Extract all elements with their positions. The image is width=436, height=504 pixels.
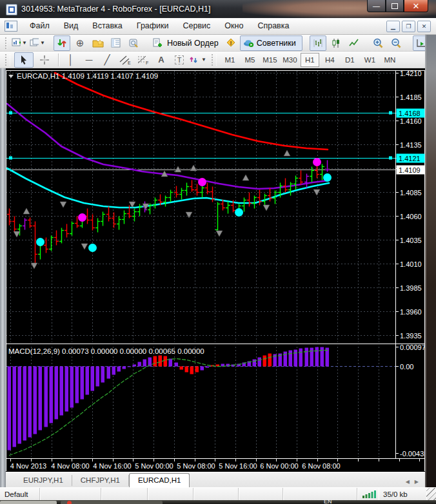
arrow-objects-icon (190, 55, 200, 64)
tab-eurcad[interactable]: EURCAD,H1 (129, 473, 190, 487)
tf-m5[interactable]: M5 (241, 53, 259, 67)
favorites-button[interactable] (90, 35, 106, 51)
status-cell (283, 488, 357, 500)
status-bar: Default 35/0 kb (0, 487, 436, 500)
tf-d1[interactable]: D1 (341, 53, 359, 67)
signal-dot (198, 178, 206, 186)
maximize-button[interactable] (386, 0, 404, 12)
trendline-icon: ╱ (104, 55, 110, 64)
menu-file[interactable]: Файл (23, 18, 57, 34)
tf-h4[interactable]: H4 (321, 53, 339, 67)
time-tick-label: 4 Nov 08:00 (51, 462, 89, 470)
child-minimize-button[interactable]: ▁ (386, 21, 400, 32)
time-tick-label: 4 Nov 2013 (10, 462, 46, 470)
fibonacci-button[interactable]: F (135, 52, 152, 68)
menu-charts[interactable]: Графики (130, 18, 176, 34)
time-tick-label: 6 Nov 08:00 (302, 462, 340, 470)
tf-h1[interactable]: H1 (301, 53, 319, 67)
signal-dot (323, 173, 332, 182)
resize-grip[interactable] (426, 488, 436, 500)
minimize-button[interactable]: — (367, 0, 386, 12)
title-bar: 3014953: MetaTrader 4 - RoboForex - [EUR… (0, 0, 436, 18)
text-button[interactable]: A (153, 52, 170, 68)
tf-w1[interactable]: W1 (361, 53, 379, 67)
status-cell (193, 488, 239, 500)
data-window-button[interactable] (108, 35, 124, 51)
dropdown-arrow-icon: ▼ (201, 57, 206, 63)
alert-button[interactable]: ! (223, 35, 239, 51)
tf-m1[interactable]: M1 (221, 53, 239, 67)
signal-dot (235, 208, 243, 217)
svg-text:E: E (128, 61, 131, 65)
time-tick-label: 6 Nov 00:00 (260, 462, 298, 470)
tab-eurjpy[interactable]: EURJPY,H1 (15, 475, 72, 486)
new-chart-button[interactable]: ▼ (11, 35, 28, 51)
signal-dot (36, 238, 45, 246)
horizontal-line-button[interactable]: ─ (81, 52, 97, 68)
tab-scroll-left-icon[interactable]: ◀ (406, 479, 410, 485)
menu-view[interactable]: Вид (57, 18, 86, 34)
tab-scroll-right-icon[interactable]: ▶ (415, 479, 419, 485)
traffic-label: 35/0 kb (379, 488, 426, 500)
tf-m30[interactable]: M30 (281, 53, 299, 67)
child-restore-button[interactable]: ❐ (402, 21, 415, 32)
close-button[interactable]: ✕ (404, 0, 428, 12)
profile-cell[interactable]: Default (0, 488, 40, 500)
list-icon (111, 38, 121, 48)
chart-ohlc-header: EURCAD,H1 1.4109 1.4119 1.4107 1.4109 (17, 72, 158, 80)
signal-dot (78, 213, 86, 222)
status-cell (239, 488, 283, 500)
tab-chfjpy[interactable]: CHFJPY,H1 (72, 475, 129, 486)
new-chart-icon (12, 38, 21, 48)
signal-dot (88, 244, 97, 252)
fibonacci-icon: F (137, 55, 149, 65)
language-indicator[interactable]: EN (324, 498, 332, 504)
toolbar-grip[interactable] (5, 37, 7, 49)
zoom-out-button[interactable] (388, 35, 405, 51)
drawing-toolbar: │ ─ ╱ E F A T ▼ M1 M5 M15 M30 H1 H4 D1 W… (0, 52, 426, 68)
time-tick-label: 5 Nov 16:00 (219, 462, 257, 470)
price-badge-label: 1.4109 (399, 166, 421, 174)
trendline-button[interactable]: ╱ (99, 52, 115, 68)
profiles-button[interactable]: ▼ (29, 35, 46, 51)
menu-window[interactable]: Окно (217, 18, 250, 34)
arrows-button[interactable]: ▼ (189, 52, 207, 68)
new-order-button[interactable] (150, 35, 164, 51)
chart-menu-icon[interactable] (5, 21, 17, 32)
child-close-button[interactable]: ✕ (417, 21, 431, 32)
crosshair-target-button[interactable]: ⊕ (72, 35, 88, 51)
cursor-icon (19, 55, 28, 65)
recording-dot-icon (67, 501, 72, 504)
tf-m15[interactable]: M15 (261, 53, 279, 67)
line-chart-button[interactable] (346, 35, 362, 51)
toolbar-grip[interactable] (5, 54, 10, 66)
macd-tick-label: 0.00097 (400, 344, 425, 351)
vline-icon: │ (68, 55, 74, 64)
price-tick-label: 1.4060 (400, 213, 422, 220)
toolbar-grip[interactable] (212, 54, 217, 66)
menu-insert[interactable]: Вставка (85, 18, 129, 34)
vertical-line-button[interactable]: │ (63, 52, 79, 68)
channel-icon: E (119, 55, 131, 65)
tf-mn[interactable]: MN (381, 53, 399, 67)
menu-tools[interactable]: Сервис (176, 18, 218, 34)
price-tick-label: 1.4160 (400, 117, 422, 125)
bar-chart-button[interactable] (310, 35, 326, 51)
zoom-in-button[interactable] (370, 35, 387, 51)
text-label-button[interactable]: T (171, 52, 188, 68)
crosshair-button[interactable] (35, 52, 54, 68)
new-order-label[interactable]: Новый Ордер (167, 39, 219, 48)
cursor-button[interactable] (14, 52, 34, 68)
tick-scroll-button[interactable] (54, 35, 70, 51)
channel-button[interactable]: E (117, 52, 134, 68)
candlestick-button[interactable] (328, 35, 344, 51)
strategy-tester-button[interactable] (126, 35, 143, 51)
experts-toggle[interactable]: Советники (240, 35, 302, 51)
taskbar-button[interactable] (0, 501, 57, 504)
menu-help[interactable]: Справка (250, 18, 296, 34)
svg-text:!: ! (230, 39, 232, 46)
taskbar-button[interactable] (61, 501, 163, 504)
chart-area[interactable]: 1.42101.41851.41601.41351.40851.40601.40… (6, 68, 425, 472)
folder-star-icon (92, 38, 104, 48)
line-chart-icon (349, 38, 359, 48)
